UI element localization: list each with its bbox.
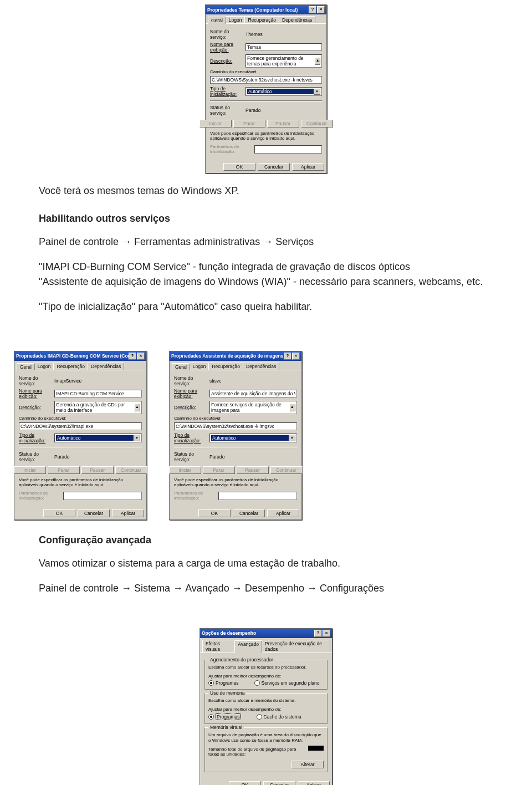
dropdown-startup-type[interactable]: Automático▼ (54, 434, 142, 442)
tabstrip: Efeitos visuais Avançado Prevenção de ex… (200, 638, 332, 653)
label-description: Descrição: (174, 405, 209, 410)
heading-config-avancada: Configuração avançada (39, 534, 493, 546)
ok-button[interactable]: OK (43, 509, 75, 517)
redacted-value (308, 746, 324, 751)
continuar-button[interactable]: Continuar (115, 466, 147, 474)
paragraph: Painel de controle → Ferramentas adminis… (39, 235, 493, 249)
tab-dependencias[interactable]: Dependências (88, 363, 124, 370)
titlebar[interactable]: Propriedades IMAPI CD-Burning COM Servic… (14, 351, 146, 361)
value-service-status: Parado (245, 108, 260, 113)
window-title: Propriedades Temas (Computador local) (207, 7, 298, 13)
groupbox-memory-usage: Uso de memória Escolha como alocar a mem… (204, 693, 328, 724)
dropdown-startup-type[interactable]: Automático▼ (209, 434, 297, 442)
parar-button[interactable]: Parar (233, 120, 265, 128)
input-exe-path: C:\WINDOWS\system32\svchost.exe -k imgsv… (174, 422, 297, 430)
parar-button[interactable]: Parar (48, 466, 80, 474)
close-button[interactable]: × (323, 630, 330, 637)
input-exe-path: C:\WINDOWS\System32\svchost.exe -k netsv… (210, 76, 322, 84)
iniciar-button[interactable]: Iniciar (200, 120, 232, 128)
input-display-name[interactable]: Temas (245, 43, 322, 51)
scroll-up-icon[interactable]: ▲ (134, 404, 140, 411)
window-title: Opções de desempenho (202, 630, 256, 636)
aplicar-button[interactable]: Aplicar (292, 163, 324, 171)
tab-recuperacao[interactable]: Recuperação (53, 363, 88, 370)
input-start-params[interactable] (254, 145, 322, 154)
window-title: Propriedades IMAPI CD-Burning COM Servic… (16, 353, 129, 359)
groupbox-virtual-memory: Memória virtual Um arquivo de paginação … (204, 727, 328, 772)
radio-servicos-bg[interactable]: Serviços em segundo plano (254, 680, 320, 686)
tab-logon[interactable]: Logon (226, 16, 245, 23)
dialog-wia: Propriedades Assistente de aquisição de … (169, 351, 302, 520)
titlebar[interactable]: Opções de desempenho ? × (200, 629, 332, 638)
cancelar-button[interactable]: Cancelar (258, 163, 290, 171)
ok-button[interactable]: OK (229, 781, 261, 785)
tab-recuperacao[interactable]: Recuperação (244, 16, 279, 23)
input-start-params[interactable] (218, 492, 297, 500)
cancelar-button[interactable]: Cancelar (78, 509, 110, 517)
input-display-name[interactable]: Assistente de aquisição de imagens do Wi… (209, 390, 297, 397)
aplicar-button[interactable]: Aplicar (267, 509, 299, 517)
label-exe-path: Caminho do executável: (174, 416, 297, 421)
input-start-params[interactable] (63, 492, 142, 500)
continuar-button[interactable]: Continuar (270, 466, 303, 474)
paragraph: Painel de controle → Sistema → Avançado … (39, 581, 493, 596)
cancelar-button[interactable]: Cancelar (263, 781, 295, 785)
tab-logon[interactable]: Logon (34, 363, 54, 370)
aplicar-button[interactable]: Aplicar (112, 509, 144, 517)
value-service-status: Parado (209, 454, 224, 460)
close-button[interactable]: × (317, 6, 325, 13)
help-button[interactable]: ? (284, 353, 291, 360)
help-button[interactable]: ? (129, 353, 136, 360)
heading-habilitando: Habilitando outros serviços (39, 213, 493, 225)
radio-programas[interactable]: Programas (208, 680, 239, 686)
label-start-params: Parâmetros de inicialização: (19, 491, 63, 501)
cancelar-button[interactable]: Cancelar (233, 509, 265, 517)
ok-button[interactable]: OK (198, 509, 231, 517)
adjust-label: Ajustar para melhor desempenho de: (208, 707, 324, 712)
pausar-button[interactable]: Pausar (237, 466, 269, 474)
radio-programas-mem[interactable]: Programas (208, 713, 241, 720)
radio-dot-icon (208, 714, 214, 720)
paragraph: "Assistente de aquisição de imagens do W… (39, 274, 493, 289)
help-button[interactable]: ? (309, 6, 316, 13)
tab-geral[interactable]: Geral (172, 363, 190, 370)
close-button[interactable]: × (137, 353, 145, 360)
chevron-down-icon[interactable]: ▼ (134, 435, 140, 441)
iniciar-button[interactable]: Iniciar (169, 466, 201, 474)
titlebar[interactable]: Propriedades Assistente de aquisição de … (170, 351, 301, 361)
tab-recuperacao[interactable]: Recuperação (208, 363, 243, 370)
iniciar-button[interactable]: Iniciar (14, 466, 46, 474)
pausar-button[interactable]: Pausar (81, 466, 114, 474)
tabstrip: Geral Logon Recuperação Dependências (14, 361, 146, 370)
parar-button[interactable]: Parar (203, 466, 235, 474)
help-button[interactable]: ? (314, 630, 322, 637)
continuar-button[interactable]: Continuar (301, 120, 333, 128)
scroll-up-icon[interactable]: ▲ (289, 404, 295, 411)
chevron-down-icon[interactable]: ▼ (289, 435, 295, 441)
aplicar-button[interactable]: Aplicar (298, 781, 330, 785)
ok-button[interactable]: OK (223, 163, 255, 171)
input-display-name[interactable]: IMAPI CD-Burning COM Service (54, 390, 142, 397)
tab-dependencias[interactable]: Dependências (279, 16, 315, 23)
tab-avancado[interactable]: Avançado (234, 640, 262, 653)
chevron-down-icon[interactable]: ▼ (314, 88, 320, 95)
tab-efeitos-visuais[interactable]: Efeitos visuais (202, 640, 235, 653)
alterar-button[interactable]: Alterar (291, 761, 324, 768)
tab-logon[interactable]: Logon (190, 363, 209, 370)
value-service-name: Themes (245, 32, 263, 37)
input-description[interactable]: Gerencia a gravação de CDs por meio da i… (54, 401, 142, 414)
close-button[interactable]: × (292, 353, 300, 360)
input-description[interactable]: Fornece serviços de aquisição de imagens… (209, 401, 297, 414)
tabstrip: Geral Logon Recuperação Dependências (206, 14, 326, 24)
dropdown-startup-type[interactable]: Automático▼ (245, 87, 322, 96)
pausar-button[interactable]: Pausar (267, 120, 299, 128)
tab-dependencias[interactable]: Dependências (243, 363, 279, 370)
input-description[interactable]: Fornece gerenciamento de temas para expe… (245, 54, 322, 68)
groupbox-processor-scheduling: Agendamento do processador Escolha como … (204, 660, 328, 690)
tab-geral[interactable]: Geral (208, 17, 226, 24)
tab-dep[interactable]: Prevenção de execução de dados (262, 640, 330, 653)
radio-cache-sistema[interactable]: Cache do sistema (257, 713, 301, 720)
titlebar[interactable]: Propriedades Temas (Computador local) ? … (206, 5, 326, 14)
tab-geral[interactable]: Geral (17, 363, 35, 370)
scroll-up-icon[interactable]: ▲ (315, 57, 320, 65)
